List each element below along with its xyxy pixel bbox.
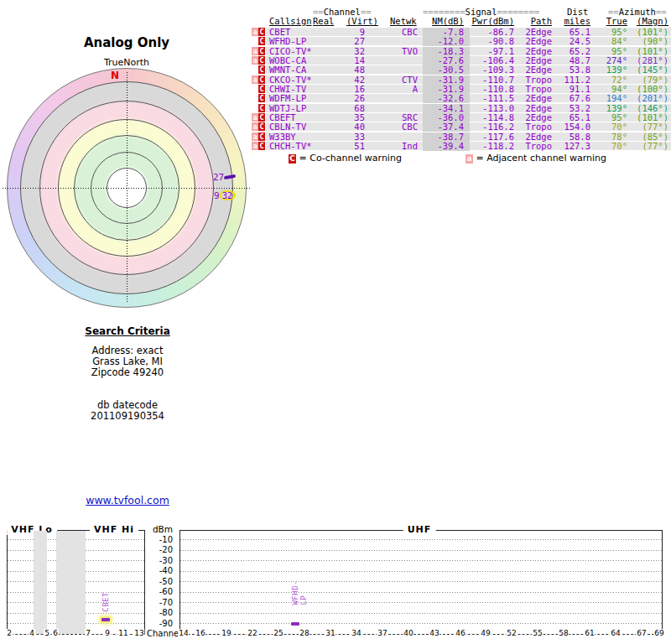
dbm-tick-label: -90 bbox=[149, 619, 173, 628]
miles-cell: 58.8 bbox=[554, 132, 590, 142]
table-row: aCCBLN-TV40CBC-37.4-116.2Tropo154.070°(7… bbox=[252, 122, 671, 132]
co-channel-warning-badge: C bbox=[258, 56, 265, 65]
netwk-cell: SRC bbox=[373, 113, 418, 122]
column-header-pwr: Pwr(dBm) bbox=[470, 17, 514, 26]
channel-tick-label: 69 bbox=[653, 629, 664, 638]
table-row: aCCKCO-TV*42CTV-31.9-110.7Tropo111.272°(… bbox=[252, 75, 671, 85]
path-cell: 2Edge bbox=[517, 113, 552, 122]
path-cell: Tropo bbox=[517, 142, 552, 151]
miles-cell: 65.1 bbox=[554, 113, 590, 122]
tvfool-report: Analog Only TrueNorth N 27932 ==Channel=… bbox=[0, 0, 671, 644]
nm-cell: -36.0 bbox=[423, 113, 470, 122]
netwk-cell bbox=[373, 132, 418, 142]
adjacent-warning-badge: a bbox=[252, 113, 258, 122]
co-channel-warning-badge: C bbox=[258, 65, 265, 74]
table-row: aCCHCH-TV*51Ind-39.4-118.2Tropo127.370°(… bbox=[252, 142, 671, 151]
north-label: N bbox=[111, 70, 119, 81]
table-row: aCWOBC-CA14-27.6-106.42Edge48.7274°(281°… bbox=[252, 56, 671, 65]
miles-cell: 154.0 bbox=[554, 122, 590, 132]
netwk-cell: CTV bbox=[373, 75, 418, 85]
dbm-tick-label: -30 bbox=[149, 556, 173, 565]
channel-tick-label: 37 bbox=[377, 629, 388, 638]
nm-cell: -37.4 bbox=[423, 122, 470, 132]
table-row: aCCICO-TV*32TVO-18.3-97.12Edge65.295°(10… bbox=[252, 47, 671, 56]
tvfool-link[interactable]: www.tvfool.com bbox=[86, 494, 169, 506]
pwr-cell: -117.6 bbox=[470, 132, 514, 142]
real-cell: 27 bbox=[331, 37, 365, 46]
adjacent-warning-badge: a bbox=[252, 47, 258, 55]
channel-tick-label: 40 bbox=[403, 629, 414, 638]
miles-cell: 24.5 bbox=[554, 37, 590, 46]
magn-cell: (281°) bbox=[630, 56, 668, 65]
virt-cell bbox=[365, 85, 373, 94]
adjacent-warning-badge: a bbox=[252, 75, 258, 84]
spectrum-gap-band bbox=[56, 531, 86, 634]
table-row: CWDFM-LP26-32.6-111.52Edge67.6194°(201°) bbox=[252, 94, 671, 103]
adjacent-warning-badge: a bbox=[252, 122, 258, 131]
co-channel-warning-badge: C bbox=[258, 37, 265, 45]
miles-cell: 111.2 bbox=[554, 75, 590, 85]
callsign-cell: WFHD-LP bbox=[269, 37, 335, 46]
netwk-cell bbox=[373, 65, 418, 75]
adjacent-warning-badge: a bbox=[252, 28, 258, 36]
dbm-tick-label: -40 bbox=[149, 566, 173, 575]
real-cell: 48 bbox=[331, 65, 365, 75]
channel-tick-label: 22 bbox=[247, 629, 257, 638]
column-header-callsign: Callsign bbox=[269, 17, 312, 26]
pwr-cell: -114.8 bbox=[470, 113, 514, 122]
true_az-cell: 72° bbox=[593, 75, 627, 85]
pwr-cell: -110.8 bbox=[470, 85, 514, 94]
magn-cell: (90°) bbox=[630, 37, 668, 46]
netwk-cell: A bbox=[373, 85, 418, 94]
channel-tick-label: 19 bbox=[221, 629, 231, 638]
table-row: aCW33BY33-38.7-117.62Edge58.878°(85°) bbox=[252, 132, 671, 142]
channel-tick-label: 13 bbox=[133, 629, 144, 638]
real-cell: 32 bbox=[331, 47, 365, 56]
real-cell: 16 bbox=[331, 85, 365, 94]
magn-cell: (201°) bbox=[630, 94, 668, 103]
real-cell: 33 bbox=[331, 132, 365, 142]
nm-cell: -18.3 bbox=[423, 47, 470, 56]
channel-tick-label: 58 bbox=[558, 629, 569, 638]
channel-tick-label: 16 bbox=[195, 629, 205, 638]
vhf-hi-band-label: VHF Hi bbox=[90, 524, 138, 535]
real-cell: 42 bbox=[331, 75, 365, 85]
dbm-tick-label: -60 bbox=[149, 587, 173, 596]
column-header-real: Real bbox=[313, 17, 334, 26]
miles-cell: 91.1 bbox=[554, 85, 590, 94]
pwr-cell: -110.7 bbox=[470, 75, 514, 85]
magn-cell: (100°) bbox=[630, 85, 668, 94]
callsign-cell: WOBC-CA bbox=[269, 56, 335, 65]
virt-cell bbox=[365, 104, 373, 113]
grid-line bbox=[180, 592, 662, 593]
pwr-cell: -116.2 bbox=[470, 122, 514, 132]
spectrum-gap-band bbox=[34, 531, 47, 634]
miles-cell: 67.6 bbox=[554, 94, 590, 103]
co-channel-warning-badge: C bbox=[258, 28, 265, 36]
channel-tick-label: 55 bbox=[532, 629, 543, 638]
search-zipcode-line: Zipcode 49240 bbox=[44, 367, 211, 378]
adjacent-channel-symbol: a bbox=[466, 154, 473, 164]
true_az-cell: 95° bbox=[593, 113, 627, 122]
vhf-lo-band-label: VHF Lo bbox=[7, 524, 57, 535]
station-callsign-label: WFHD-LP bbox=[291, 580, 308, 605]
magn-cell: (101°) bbox=[630, 47, 668, 56]
co-channel-warning-badge: C bbox=[258, 132, 265, 141]
table-row: CWMNT-CA48-30.5-109.32Edge53.8139°(145°) bbox=[252, 65, 671, 75]
uhf-band-label: UHF bbox=[403, 524, 436, 535]
true_az-cell: 78° bbox=[593, 132, 627, 142]
column-header-virt: (Virt) bbox=[346, 17, 378, 26]
column-header-path: Path bbox=[530, 17, 552, 26]
callsign-cell: CKCO-TV* bbox=[269, 75, 335, 85]
virt-cell bbox=[365, 132, 373, 142]
virt-cell bbox=[365, 122, 373, 132]
path-cell: 2Edge bbox=[517, 132, 552, 142]
column-header-miles: miles bbox=[563, 17, 590, 26]
callsign-cell: WDFM-LP bbox=[269, 94, 335, 103]
grid-line bbox=[180, 550, 662, 551]
crosshair-vertical bbox=[127, 72, 127, 304]
virt-cell bbox=[365, 94, 373, 103]
path-cell: 2Edge bbox=[517, 47, 552, 56]
true_az-cell: 70° bbox=[593, 122, 627, 132]
path-cell: 2Edge bbox=[517, 65, 552, 75]
